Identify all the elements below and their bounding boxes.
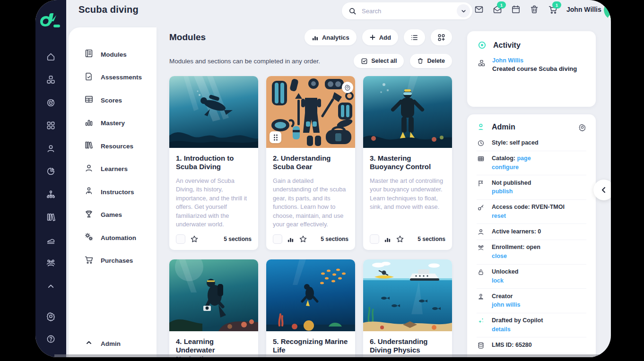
calendar-icon[interactable] xyxy=(511,4,521,15)
module-checkbox[interactable] xyxy=(273,234,282,244)
panel-collapse-handle[interactable] xyxy=(593,180,611,200)
target-icon[interactable] xyxy=(35,91,66,114)
hierarchy-icon[interactable] xyxy=(35,183,66,206)
avatar[interactable] xyxy=(604,0,611,20)
admin-person-icon xyxy=(477,123,485,131)
module-checkbox[interactable] xyxy=(370,234,379,244)
list-view-button[interactable] xyxy=(404,29,425,45)
key-icon xyxy=(477,204,485,211)
analytics-bars-icon[interactable] xyxy=(287,236,294,243)
grid-view-icon xyxy=(437,34,445,42)
help-icon[interactable] xyxy=(35,328,66,351)
analytics-button-label: Analytics xyxy=(322,34,349,41)
module-image-2 xyxy=(266,76,355,148)
sidebar-item-label: Resources xyxy=(101,143,133,150)
user-group-icon[interactable] xyxy=(35,252,66,275)
sections-count: 5 sections xyxy=(321,236,348,242)
cart-icon[interactable]: 1 xyxy=(548,4,558,15)
search-bar[interactable] xyxy=(342,2,472,19)
close-enrollment-link[interactable]: close xyxy=(492,252,586,260)
module-card-5[interactable]: 5. Recognizing Marine Life xyxy=(266,259,355,357)
search-input[interactable] xyxy=(361,7,457,15)
people-icon xyxy=(477,244,485,251)
module-title: 6. Understanding Diving Physics xyxy=(370,337,445,355)
admin-row-copilot: Drafted by Copilot details xyxy=(477,313,586,337)
apps-grid-icon[interactable] xyxy=(35,114,66,138)
module-settings-badge[interactable] xyxy=(342,82,353,93)
sidebar-item-mastery[interactable]: Mastery xyxy=(69,112,157,135)
sidebar-item-automation[interactable]: Automation xyxy=(69,226,157,249)
gears-icon xyxy=(84,232,94,243)
library-icon[interactable] xyxy=(35,206,66,229)
user-icon[interactable] xyxy=(35,137,66,160)
module-card-6[interactable]: 6. Understanding Diving Physics xyxy=(363,259,452,357)
area-chart-icon[interactable] xyxy=(35,229,66,252)
person-badge-icon xyxy=(477,293,485,301)
module-card-1[interactable]: 1. Introduction to Scuba Diving An overv… xyxy=(169,76,258,250)
sidebar-item-resources[interactable]: Resources xyxy=(69,135,157,158)
star-icon[interactable] xyxy=(299,235,307,243)
admin-settings-icon[interactable] xyxy=(578,123,586,131)
admin-row-text: Tags xyxy=(492,357,573,357)
activity-user-link[interactable]: John Willis xyxy=(492,57,577,64)
module-card-3[interactable]: 3. Mastering Buoyancy Control Master the… xyxy=(363,76,452,250)
sidebar-item-games[interactable]: Games xyxy=(69,204,157,227)
pie-chart-icon[interactable] xyxy=(35,160,66,183)
admin-row-text: Drafted by Copilot xyxy=(492,317,586,325)
sidebar-item-instructors[interactable]: Instructors xyxy=(69,180,157,204)
module-card-2[interactable]: 2. Understanding Scuba Gear Gain a detai… xyxy=(266,76,355,250)
admin-card: Admin Style: self paced Catalog: page co… xyxy=(467,114,596,357)
inbox-open-icon[interactable]: 1 xyxy=(492,4,503,15)
topbar: Scuba diving 1 1 John Willis xyxy=(66,0,611,27)
lock-link[interactable]: lock xyxy=(492,276,586,285)
user-name[interactable]: John Willis xyxy=(566,6,601,13)
configure-link[interactable]: configure xyxy=(492,163,586,172)
star-icon[interactable] xyxy=(190,235,199,243)
module-image-1 xyxy=(169,76,258,148)
module-title: 5. Recognizing Marine Life xyxy=(273,337,348,355)
module-card-4[interactable]: 4. Learning Underwater Navigation xyxy=(169,259,258,357)
add-button[interactable]: Add xyxy=(362,29,398,45)
module-image-4 xyxy=(169,259,258,331)
home-icon[interactable] xyxy=(35,45,66,69)
analytics-button[interactable]: Analytics xyxy=(305,29,357,45)
admin-title: Admin xyxy=(492,123,572,131)
mail-icon[interactable] xyxy=(474,4,484,15)
search-scope-dropdown[interactable] xyxy=(457,4,470,17)
app-logo[interactable] xyxy=(39,12,62,29)
sidebar-admin-toggle[interactable]: Admin xyxy=(69,334,173,353)
admin-row-value[interactable]: page xyxy=(517,155,531,162)
trash-icon[interactable] xyxy=(529,4,540,15)
reset-link[interactable]: reset xyxy=(492,212,586,220)
trophy-icon xyxy=(84,209,94,221)
select-all-button[interactable]: Select all xyxy=(354,54,404,68)
creator-link[interactable]: john willis xyxy=(492,301,586,309)
delete-button[interactable]: Delete xyxy=(410,54,452,68)
sidebar-item-purchases[interactable]: Purchases xyxy=(69,249,157,273)
admin-row-access-code: Access code: RVEN-TMOI reset xyxy=(477,199,586,224)
sidebar-item-learners[interactable]: Learners xyxy=(69,158,157,181)
books-icon xyxy=(84,140,94,152)
inbox-badge: 1 xyxy=(497,1,506,9)
collapse-up-icon[interactable] xyxy=(35,275,66,298)
activity-title: Activity xyxy=(493,41,521,50)
grid-view-button[interactable] xyxy=(431,29,452,45)
trash-icon xyxy=(417,58,424,64)
checkbox-icon xyxy=(361,58,368,65)
sidebar-item-scores[interactable]: Scores xyxy=(69,89,157,112)
sidebar-item-modules[interactable]: Modules xyxy=(69,43,157,66)
analytics-bars-icon[interactable] xyxy=(384,236,391,243)
sidebar-item-assessments[interactable]: Assessments xyxy=(69,66,157,89)
database-icon xyxy=(477,342,485,349)
admin-row-text: Unlocked xyxy=(492,268,586,276)
drag-handle[interactable] xyxy=(270,131,281,143)
copilot-details-link[interactable]: details xyxy=(492,325,586,334)
settings-icon[interactable] xyxy=(35,305,66,328)
publish-link[interactable]: publish xyxy=(492,187,586,196)
admin-row-text: Style: self paced xyxy=(492,139,586,147)
star-icon[interactable] xyxy=(396,235,404,243)
blocks-icon[interactable] xyxy=(35,69,66,92)
module-checkbox[interactable] xyxy=(176,234,185,244)
sidebar-item-label: Instructors xyxy=(101,189,134,196)
admin-row-catalog: Catalog: page configure xyxy=(477,151,586,175)
